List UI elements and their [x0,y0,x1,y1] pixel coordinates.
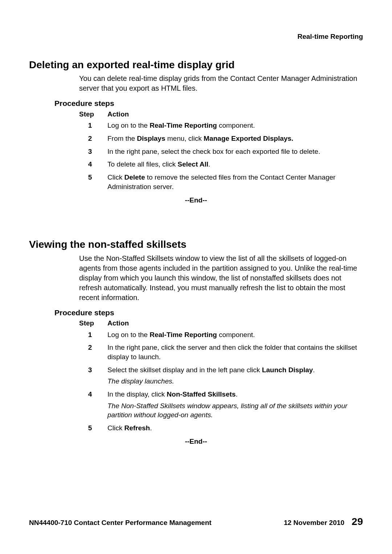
section1-step-row: 3 In the right pane, select the check bo… [79,147,363,156]
step-number: 2 [79,343,107,361]
footer-doc-id: NN44400-710 Contact Center Performance M… [29,518,212,528]
step-number: 3 [79,365,107,386]
step-action: From the Displays menu, click Manage Exp… [107,134,363,143]
step-number: 1 [79,121,107,130]
section2-proc-heading: Procedure steps [54,308,363,318]
section2-step-row: 2 In the right pane, click the server an… [79,343,363,361]
page-footer: NN44400-710 Contact Center Performance M… [29,515,363,529]
step-number: 5 [79,423,107,433]
step-number: 3 [79,147,107,156]
step-action: To delete all files, click Select All. [107,160,363,169]
step-action: In the right pane, click the server and … [107,343,363,361]
section1-step-row: 4 To delete all files, click Select All. [79,160,363,169]
step-number: 2 [79,134,107,143]
section2-step-row: 4 In the display, click Non-Staffed Skil… [79,390,363,420]
section1-step-row: 5 Click Delete to remove the selected fi… [79,173,363,191]
section2-step-row: 5 Click Refresh. [79,423,363,433]
col-action-label: Action [107,110,129,119]
step-action: In the right pane, select the check box … [107,147,363,156]
step-number: 4 [79,390,107,420]
col-step-label: Step [79,110,107,119]
section1-intro: You can delete real-time display grids f… [79,74,363,93]
section1-title: Deleting an exported real-time display g… [29,58,363,72]
section1-step-row: 1 Log on to the Real-Time Reporting comp… [79,121,363,130]
footer-page-number: 29 [352,515,363,529]
page: Real-time Reporting Deleting an exported… [0,0,392,554]
section2-end-marker: --End-- [29,437,363,446]
step-number: 5 [79,173,107,191]
section1-step-row: 2 From the Displays menu, click Manage E… [79,134,363,143]
col-step-label: Step [79,319,107,328]
step-action: Log on to the Real-Time Reporting compon… [107,330,363,340]
step-action: In the display, click Non-Staffed Skills… [107,390,363,420]
col-action-label: Action [107,319,129,328]
section2-step-row: 3 Select the skillset display and in the… [79,365,363,386]
step-action: Click Delete to remove the selected file… [107,173,363,191]
section2-intro: Use the Non-Staffed Skillsets window to … [79,254,363,303]
step-number: 4 [79,160,107,169]
step-action: Select the skillset display and in the l… [107,365,363,386]
section1-proc-heading: Procedure steps [54,98,363,108]
section2-step-row: 1 Log on to the Real-Time Reporting comp… [79,330,363,340]
section2-title: Viewing the non-staffed skillsets [29,238,363,251]
footer-date: 12 November 2010 [284,518,344,528]
section1-end-marker: --End-- [29,196,363,205]
section2-step-header: Step Action [79,319,363,328]
section1-step-header: Step Action [79,110,363,119]
step-action: Log on to the Real-Time Reporting compon… [107,121,363,130]
step-result: The Non-Staffed Skillsets window appears… [107,401,359,420]
running-header: Real-time Reporting [29,32,363,41]
step-result: The display launches. [107,377,359,386]
step-number: 1 [79,330,107,340]
step-action: Click Refresh. [107,423,363,433]
